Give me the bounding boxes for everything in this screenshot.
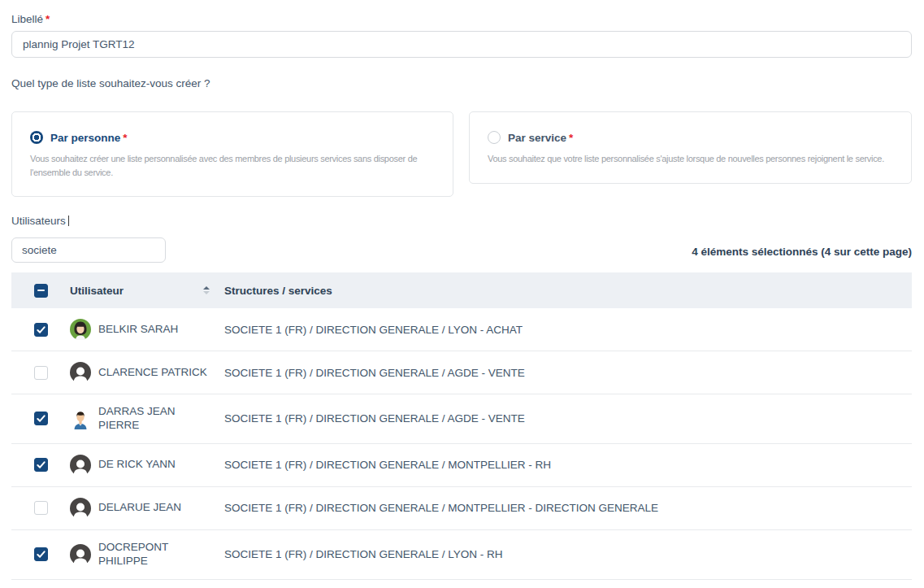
- user-name: DE RICK YANN: [98, 458, 176, 472]
- row-checkbox[interactable]: [34, 547, 48, 561]
- option-label: Par service*: [508, 132, 573, 144]
- option-card-par-personne[interactable]: Par personne* Vous souhaitez créer une l…: [11, 111, 453, 197]
- user-name: CLARENCE PATRICK: [98, 366, 207, 380]
- user-avatar-woman-icon: [70, 319, 91, 340]
- utilisateurs-label: Utilisateurs: [11, 215, 912, 227]
- check-icon: [37, 460, 46, 469]
- user-avatar-generic-icon: [70, 455, 91, 476]
- create-list-form: Libellé* Quel type de liste souhaitez-vo…: [0, 0, 924, 580]
- row-checkbox[interactable]: [34, 458, 48, 472]
- libelle-label-text: Libellé: [11, 13, 43, 25]
- list-type-options: Par personne* Vous souhaitez créer une l…: [11, 111, 912, 197]
- libelle-input[interactable]: [11, 31, 912, 58]
- users-search-input[interactable]: [11, 237, 166, 263]
- user-structure: SOCIETE 1 (FR) / DIRECTION GENERALE / LY…: [224, 324, 912, 336]
- select-all-checkbox[interactable]: [34, 284, 48, 298]
- check-icon: [37, 325, 46, 334]
- user-structure: SOCIETE 1 (FR) / DIRECTION GENERALE / MO…: [224, 459, 912, 471]
- libelle-label: Libellé*: [11, 13, 912, 25]
- users-table: Utilisateur Structures / services: [11, 272, 912, 580]
- user-name: DELARUE JEAN: [98, 501, 181, 515]
- row-checkbox[interactable]: [34, 323, 48, 337]
- radio-par-personne[interactable]: [30, 131, 43, 144]
- option-description: Vous souhaitez que votre liste personnal…: [488, 152, 893, 166]
- check-icon: [37, 550, 46, 559]
- user-avatar-generic-icon: [70, 362, 91, 383]
- table-row[interactable]: BELKIR SARAH SOCIETE 1 (FR) / DIRECTION …: [11, 308, 912, 351]
- option-description: Vous souhaitez créer une liste personnal…: [30, 152, 435, 180]
- required-asterisk: *: [123, 132, 127, 144]
- table-row[interactable]: DELARUE JEAN SOCIETE 1 (FR) / DIRECTION …: [11, 487, 912, 530]
- row-checkbox[interactable]: [34, 366, 48, 380]
- user-avatar-man-icon: [70, 408, 91, 429]
- selection-count: 4 éléments sélectionnés (4 sur cette pag…: [692, 246, 912, 258]
- header-structures: Structures / services: [224, 285, 912, 297]
- user-structure: SOCIETE 1 (FR) / DIRECTION GENERALE / AG…: [224, 412, 912, 425]
- text-caret: [68, 216, 69, 226]
- table-row[interactable]: DOCREPONT PHILIPPE SOCIETE 1 (FR) / DIRE…: [11, 530, 912, 580]
- user-name: DOCREPONT PHILIPPE: [98, 541, 211, 568]
- table-row[interactable]: DE RICK YANN SOCIETE 1 (FR) / DIRECTION …: [11, 444, 912, 487]
- table-row[interactable]: DARRAS JEAN PIERRE SOCIETE 1 (FR) / DIRE…: [11, 394, 912, 444]
- user-name: DARRAS JEAN PIERRE: [98, 405, 211, 433]
- required-asterisk: *: [569, 132, 573, 144]
- row-checkbox[interactable]: [34, 501, 48, 515]
- table-row[interactable]: CLARENCE PATRICK SOCIETE 1 (FR) / DIRECT…: [11, 351, 912, 394]
- header-utilisateur[interactable]: Utilisateur: [70, 285, 124, 297]
- user-structure: SOCIETE 1 (FR) / DIRECTION GENERALE / LY…: [224, 548, 912, 560]
- option-label-text: Par service: [508, 132, 566, 144]
- user-avatar-generic-icon: [70, 544, 91, 565]
- check-icon: [37, 414, 46, 423]
- option-label: Par personne*: [50, 132, 128, 144]
- search-row: 4 éléments sélectionnés (4 sur cette pag…: [11, 237, 912, 263]
- required-asterisk: *: [46, 13, 50, 25]
- list-type-question: Quel type de liste souhaitez-vous créer …: [11, 77, 912, 89]
- row-checkbox[interactable]: [34, 412, 48, 425]
- table-body: BELKIR SARAH SOCIETE 1 (FR) / DIRECTION …: [11, 308, 912, 580]
- utilisateurs-label-text: Utilisateurs: [11, 215, 66, 227]
- option-label-text: Par personne: [50, 132, 120, 144]
- user-name: BELKIR SARAH: [98, 323, 178, 337]
- option-card-par-service[interactable]: Par service* Vous souhaitez que votre li…: [469, 111, 912, 184]
- user-structure: SOCIETE 1 (FR) / DIRECTION GENERALE / MO…: [224, 502, 912, 514]
- radio-par-service[interactable]: [488, 131, 501, 144]
- table-header-row: Utilisateur Structures / services: [11, 272, 912, 308]
- sort-icon[interactable]: [203, 286, 210, 294]
- user-avatar-generic-icon: [70, 498, 91, 519]
- user-structure: SOCIETE 1 (FR) / DIRECTION GENERALE / AG…: [224, 367, 912, 379]
